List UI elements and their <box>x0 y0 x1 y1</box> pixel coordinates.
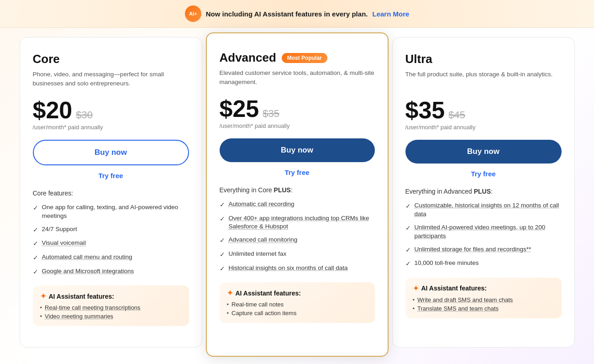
core-price-current: $20 <box>33 98 73 122</box>
most-popular-badge: Most Popular <box>282 53 327 63</box>
ultra-price-period: /user/month* paid annually <box>405 124 562 131</box>
check-icon: ✓ <box>220 236 225 245</box>
ultra-title-row: Ultra <box>405 52 562 66</box>
ultra-price-original: $45 <box>448 109 465 121</box>
ultra-price-current: $35 <box>405 98 445 122</box>
list-item: Video meeting summaries <box>40 313 182 320</box>
core-title-row: Core <box>33 52 189 66</box>
check-icon: ✓ <box>33 268 38 277</box>
list-item: ✓ Advanced call monitoring <box>220 236 375 245</box>
check-icon: ✓ <box>33 226 38 235</box>
video-meetings-link[interactable]: Unlimited AI-powered video meetings, up … <box>415 223 562 241</box>
check-icon: ✓ <box>33 253 38 263</box>
advanced-features-label: Everything in Core PLUS: <box>220 186 375 194</box>
transcriptions-link[interactable]: Real-time call meeting transcriptions <box>45 304 141 311</box>
ai-star-icon: ✦ <box>40 292 46 301</box>
ultra-features-label: Everything in Advanced PLUS: <box>405 188 562 195</box>
pricing-plans-container: Core Phone, video, and messaging—perfect… <box>0 28 594 364</box>
list-item: ✓ 24/7 Support <box>33 225 189 235</box>
advanced-ai-title: ✦ AI Assistant features: <box>227 289 368 297</box>
list-item: Translate SMS and team chats <box>413 305 554 312</box>
check-icon: ✓ <box>405 202 411 211</box>
list-item: ✓ One app for calling, texting, and AI-p… <box>33 203 189 221</box>
ultra-ai-title: ✦ AI Assistant features: <box>413 284 554 293</box>
check-icon: ✓ <box>33 204 38 213</box>
advanced-price-current: $25 <box>220 97 259 121</box>
core-features-label: Core features: <box>33 190 189 197</box>
ultra-buy-button[interactable]: Buy now <box>405 140 562 164</box>
list-item: ✓ Historical insights on six months of c… <box>220 264 375 274</box>
core-plan-description: Phone, video, and messaging—perfect for … <box>33 70 189 89</box>
plan-card-advanced: Advanced Most Popular Elevated customer … <box>206 32 389 357</box>
advanced-try-free-link[interactable]: Try free <box>220 169 375 176</box>
ai-star-icon: ✦ <box>413 284 419 293</box>
advanced-ai-section: ✦ AI Assistant features: Real-time call … <box>220 282 375 323</box>
ultra-try-free-link[interactable]: Try free <box>405 170 562 178</box>
core-feature-list: ✓ One app for calling, texting, and AI-p… <box>33 203 189 276</box>
core-ai-section: ✦ AI Assistant features: Real-time call … <box>33 285 189 326</box>
list-item: ✓ Customizable, historical insights on 1… <box>405 201 562 219</box>
list-item: Real-time call meeting transcriptions <box>40 304 182 311</box>
advanced-plan-title: Advanced <box>220 51 276 65</box>
list-item: ✓ Unlimited internet fax <box>220 250 375 259</box>
translate-sms-link[interactable]: Translate SMS and team chats <box>417 305 499 312</box>
check-icon: ✓ <box>220 200 225 210</box>
list-item: Write and draft SMS and team chats <box>413 296 554 303</box>
list-item: ✓ 10,000 toll-free minutes <box>405 259 562 269</box>
advanced-price-original: $35 <box>263 108 279 120</box>
call-menu-link[interactable]: Automated call menu and routing <box>42 253 132 262</box>
list-item: Capture call action items <box>227 310 368 317</box>
list-item: ✓ Visual voicemail <box>33 239 189 248</box>
announcement-banner: AI+ Now including AI Assistant features … <box>0 0 594 28</box>
integrations-link[interactable]: Google and Microsoft integrations <box>42 267 134 276</box>
storage-link[interactable]: Unlimited storage for files and recordin… <box>415 245 531 254</box>
ai-badge-icon: AI+ <box>185 5 201 22</box>
call-monitoring-link[interactable]: Advanced call monitoring <box>229 236 298 244</box>
list-item: ✓ Unlimited AI-powered video meetings, u… <box>405 223 562 241</box>
ultra-plan-description: The full product suite, plus storage & b… <box>405 70 562 89</box>
core-ai-feature-list: Real-time call meeting transcriptions Vi… <box>40 304 182 320</box>
ultra-price-row: $35 $45 <box>405 98 562 122</box>
ultra-feature-list: ✓ Customizable, historical insights on 1… <box>405 201 562 269</box>
check-icon: ✓ <box>405 224 411 233</box>
check-icon: ✓ <box>220 215 225 224</box>
advanced-ai-feature-list: Real-time call notes Capture call action… <box>227 301 368 317</box>
check-icon: ✓ <box>33 239 38 248</box>
list-item: ✓ Google and Microsoft integrations <box>33 267 189 277</box>
write-sms-link[interactable]: Write and draft SMS and team chats <box>417 296 513 303</box>
list-item: ✓ Over 400+ app integrations including t… <box>220 214 375 232</box>
core-price-period: /user/month* paid annually <box>33 124 189 131</box>
core-plan-title: Core <box>33 52 60 66</box>
summaries-link[interactable]: Video meeting summaries <box>45 313 113 320</box>
advanced-price-row: $25 $35 <box>220 97 375 121</box>
core-try-free-link[interactable]: Try free <box>33 172 189 179</box>
core-price-original: $30 <box>76 109 93 121</box>
list-item: ✓ Automated call menu and routing <box>33 253 189 263</box>
list-item: ✓ Unlimited storage for files and record… <box>405 245 562 255</box>
check-icon: ✓ <box>405 259 411 269</box>
historical-insights-link[interactable]: Historical insights on six months of cal… <box>229 264 348 273</box>
advanced-title-row: Advanced Most Popular <box>220 51 375 65</box>
plan-card-core: Core Phone, video, and messaging—perfect… <box>20 37 202 348</box>
advanced-price-period: /user/month* paid annually <box>220 122 375 129</box>
check-icon: ✓ <box>405 246 411 255</box>
check-icon: ✓ <box>220 264 225 274</box>
learn-more-link[interactable]: Learn More <box>372 10 409 18</box>
list-item: ✓ Automatic call recording <box>220 200 375 210</box>
advanced-buy-button[interactable]: Buy now <box>220 138 375 162</box>
ultra-plan-title: Ultra <box>405 52 432 66</box>
core-price-row: $20 $30 <box>33 98 189 122</box>
advanced-feature-list: ✓ Automatic call recording ✓ Over 400+ a… <box>220 200 375 273</box>
integrations-link[interactable]: Over 400+ app integrations including top… <box>229 214 375 232</box>
core-buy-button[interactable]: Buy now <box>33 140 189 165</box>
plan-card-ultra: Ultra The full product suite, plus stora… <box>392 37 575 348</box>
visual-voicemail-link[interactable]: Visual voicemail <box>42 239 86 248</box>
advanced-plan-description: Elevated customer service tools, automat… <box>220 69 375 88</box>
list-item: Real-time call notes <box>227 301 368 308</box>
call-recording-link[interactable]: Automatic call recording <box>229 200 294 209</box>
ultra-ai-feature-list: Write and draft SMS and team chats Trans… <box>413 296 554 312</box>
core-ai-title: ✦ AI Assistant features: <box>40 292 182 301</box>
ultra-ai-section: ✦ AI Assistant features: Write and draft… <box>405 278 562 318</box>
ai-star-icon: ✦ <box>227 289 233 297</box>
historical-insights-link[interactable]: Customizable, historical insights on 12 … <box>415 201 562 219</box>
